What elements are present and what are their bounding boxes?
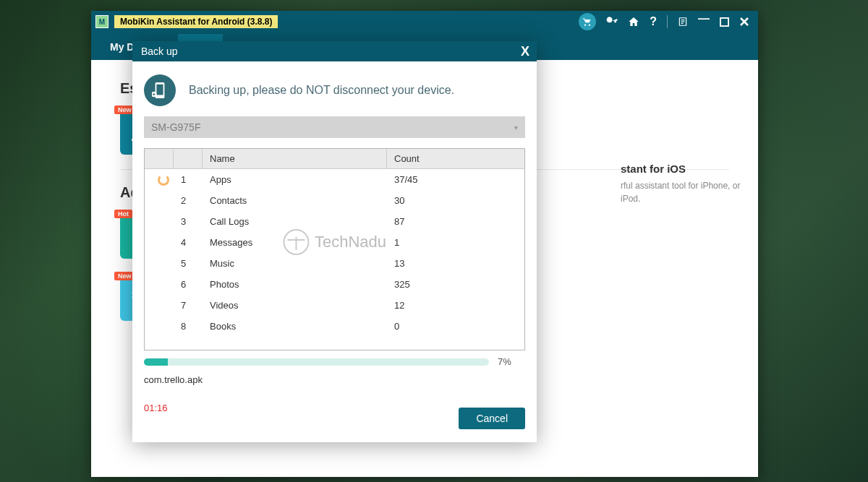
key-icon[interactable] — [606, 16, 618, 27]
badge-hot: Hot — [114, 210, 132, 218]
app-title: MobiKin Assistant for Android (3.8.8) — [114, 15, 278, 28]
minimize-icon[interactable]: — — [698, 12, 710, 25]
row-name: Messages — [203, 237, 387, 248]
card-ios-title: stant for iOS — [621, 163, 751, 175]
table-row: 4Messages1 — [145, 232, 524, 253]
table-row: 6Photos325 — [145, 274, 524, 295]
modal-titlebar: Back up X — [132, 41, 537, 61]
col-count-header: Count — [387, 149, 524, 168]
row-index: 2 — [174, 195, 203, 206]
table-row: 7Videos12 — [145, 295, 524, 316]
modal-title: Back up — [141, 46, 178, 57]
device-name: SM-G975F — [151, 121, 200, 133]
row-name: Music — [203, 258, 387, 269]
row-name: Apps — [203, 174, 387, 185]
row-name: Contacts — [203, 195, 387, 206]
current-file: com.trello.apk — [144, 374, 525, 385]
row-name: Photos — [203, 279, 387, 290]
row-index: 3 — [174, 216, 203, 227]
row-index: 6 — [174, 279, 203, 290]
log-icon[interactable] — [678, 16, 688, 27]
row-count: 30 — [387, 195, 524, 206]
app-logo-icon: M — [95, 15, 109, 28]
progress-percent: 7% — [498, 356, 525, 367]
help-icon[interactable]: ? — [650, 15, 657, 28]
progress: 7% — [144, 356, 525, 367]
row-count: 87 — [387, 216, 524, 227]
table-row: 2Contacts30 — [145, 190, 524, 211]
row-name: Videos — [203, 300, 387, 311]
card-ios-desc: rful assistant tool for iPhone, or iPod. — [621, 179, 751, 205]
table-row: 1Apps37/45 — [145, 169, 524, 190]
device-select[interactable]: SM-G975F — [144, 116, 525, 138]
modal-close-icon[interactable]: X — [521, 44, 529, 59]
table-row: 8Books0 — [145, 316, 524, 337]
close-icon[interactable] — [739, 17, 749, 27]
progress-bar — [144, 358, 489, 366]
col-name-header: Name — [203, 149, 387, 168]
row-index: 5 — [174, 258, 203, 269]
table-row: 3Call Logs87 — [145, 211, 524, 232]
row-count: 13 — [387, 258, 524, 269]
row-count: 12 — [387, 300, 524, 311]
table-row: 5Music13 — [145, 253, 524, 274]
svg-rect-12 — [156, 85, 163, 95]
row-name: Call Logs — [203, 216, 387, 227]
backup-modal: Back up X Backing up, please do NOT disc… — [132, 41, 537, 442]
row-index: 4 — [174, 237, 203, 248]
modal-message: Backing up, please do NOT disconnect you… — [189, 84, 454, 97]
device-icon — [144, 74, 176, 106]
card-ios-partial: stant for iOS rful assistant tool for iP… — [621, 163, 751, 205]
table-header: Name Count — [145, 149, 524, 169]
backup-table: Name Count 1Apps37/452Contacts303Call Lo… — [144, 148, 525, 350]
titlebar: M MobiKin Assistant for Android (3.8.8) … — [91, 11, 758, 33]
cancel-button[interactable]: Cancel — [459, 408, 525, 429]
row-index: 1 — [174, 174, 203, 185]
home-icon[interactable] — [628, 16, 639, 27]
spinner-icon — [158, 174, 169, 186]
row-count: 325 — [387, 279, 524, 290]
cart-icon[interactable] — [579, 13, 596, 30]
row-count: 1 — [387, 237, 524, 248]
maximize-icon[interactable] — [720, 17, 729, 27]
row-count: 0 — [387, 321, 524, 332]
svg-rect-4 — [720, 17, 728, 25]
row-name: Books — [203, 321, 387, 332]
row-index: 7 — [174, 300, 203, 311]
row-index: 8 — [174, 321, 203, 332]
progress-fill — [144, 358, 168, 366]
row-count: 37/45 — [387, 174, 524, 185]
